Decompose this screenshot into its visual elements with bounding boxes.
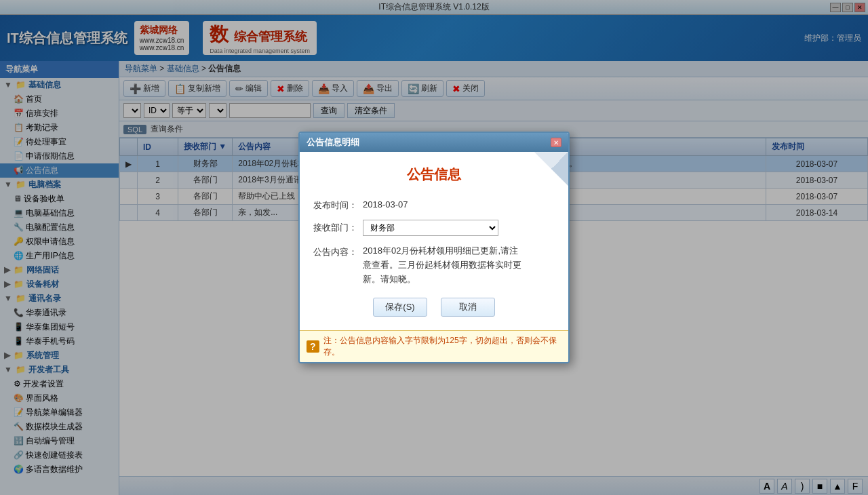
modal-footer: ? 注：公告信息内容输入字节限制为125字，切勿超出，否则会不保存。 (300, 330, 568, 362)
dept-select-wrapper: 财务部 各部门 (363, 220, 498, 236)
modal-footer-text: 注：公告信息内容输入字节限制为125字，切勿超出，否则会不保存。 (323, 335, 561, 358)
info-icon: ? (307, 340, 319, 353)
content-value: 2018年02月份耗材领用明细已更新,请注意查看。三月份起耗材领用数据将实时更新… (363, 244, 526, 286)
content-label: 公告内容： (313, 244, 357, 258)
modal-close-button[interactable]: ✕ (551, 138, 561, 147)
form-row-dept: 接收部门： 财务部 各部门 (313, 220, 555, 236)
modal-heading: 公告信息 (313, 165, 555, 184)
modal-titlebar: 公告信息明细 ✕ (300, 133, 568, 152)
form-row-time: 发布时间： 2018-03-07 (313, 197, 555, 212)
publish-time-label: 发布时间： (313, 197, 357, 212)
modal-title: 公告信息明细 (307, 136, 359, 148)
dept-select[interactable]: 财务部 各部门 (363, 220, 498, 236)
publish-time-value: 2018-03-07 (363, 197, 408, 210)
cancel-button[interactable]: 取消 (441, 298, 495, 317)
form-row-content: 公告内容： 2018年02月份耗材领用明细已更新,请注意查看。三月份起耗材领用数… (313, 244, 555, 286)
save-button[interactable]: 保存(S) (373, 298, 427, 317)
receive-dept-label: 接收部门： (313, 220, 357, 234)
modal-body: 公告信息 发布时间： 2018-03-07 接收部门： 财务部 各部门 公告内容… (300, 152, 568, 330)
modal-overlay: 公告信息明细 ✕ 公告信息 发布时间： 2018-03-07 接收部门： 财务部… (0, 0, 868, 495)
modal-buttons: 保存(S) 取消 (313, 298, 555, 317)
modal-dialog: 公告信息明细 ✕ 公告信息 发布时间： 2018-03-07 接收部门： 财务部… (298, 132, 570, 363)
